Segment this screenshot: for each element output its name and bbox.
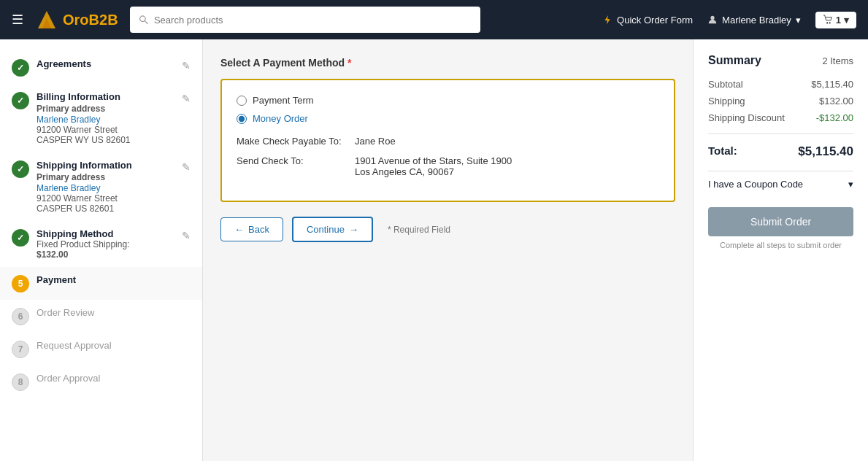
step-1-title: Agreements (37, 58, 174, 69)
sidebar-item-1-content: Agreements (37, 58, 174, 69)
send-check-line1: 1901 Avenue of the Stars, Suite 1900 (355, 155, 512, 166)
shipping-name: Marlene Bradley (37, 183, 174, 193)
payment-term-label: Payment Term (253, 95, 314, 106)
send-check-line2: Los Angeles CA, 90067 (355, 166, 512, 177)
back-arrow-icon: ← (234, 224, 244, 235)
step-5-number: 5 (18, 279, 23, 289)
payment-section: Select A Payment Method * Payment Term M… (220, 57, 675, 242)
step-4-subtitle: Fixed Product Shipping: (37, 239, 174, 249)
step-7-circle: 7 (12, 341, 29, 358)
edit-icon-4[interactable]: ✎ (182, 230, 191, 241)
total-value: $5,115.40 (798, 144, 853, 159)
main-content: Select A Payment Method * Payment Term M… (203, 39, 693, 461)
payment-title-text: Select A Payment Method (220, 57, 345, 69)
shipping-value: $132.00 (819, 96, 853, 106)
step-5-circle: 5 (12, 275, 29, 293)
shipping-street: 91200 Warner Street (37, 193, 174, 204)
check-icon-2 (17, 96, 24, 106)
quick-order-button[interactable]: Quick Order Form (602, 15, 693, 26)
money-order-radio[interactable] (237, 114, 247, 124)
user-icon (707, 15, 718, 25)
lightning-icon (602, 15, 612, 25)
step-2-subtitle: Primary address (37, 104, 174, 114)
step-2-circle (12, 92, 29, 109)
step-4-title: Shipping Method (37, 228, 174, 239)
required-star: * (347, 57, 351, 69)
summary-shipping-row: Shipping $132.00 (708, 96, 853, 106)
payment-details: Make Check Payable To: Jane Roe Send Che… (237, 136, 659, 177)
money-order-option[interactable]: Money Order (237, 113, 659, 124)
cart-button[interactable]: 1 ▾ (815, 12, 856, 28)
user-chevron-icon: ▾ (796, 15, 801, 26)
subtotal-value: $5,115.40 (811, 79, 853, 90)
sidebar-item-shipping-method[interactable]: Shipping Method Fixed Product Shipping: … (0, 221, 202, 267)
summary-title: Summary (708, 54, 761, 67)
menu-icon[interactable]: ☰ (12, 12, 23, 28)
search-bar[interactable] (130, 7, 480, 33)
step-3-title: Shipping Information (37, 160, 174, 171)
coupon-chevron-icon: ▾ (848, 179, 853, 190)
step-5-title: Payment (37, 274, 191, 285)
summary-header: Summary 2 Items (708, 54, 853, 67)
edit-icon-1[interactable]: ✎ (182, 60, 191, 71)
svg-point-6 (826, 22, 828, 23)
step-7-title: Request Approval (37, 340, 191, 351)
step-2-title: Billing Information (37, 91, 174, 102)
logo-icon (35, 8, 58, 31)
sidebar-item-order-approval: 8 Order Approval (0, 365, 202, 398)
logo[interactable]: OroB2B (35, 8, 118, 31)
check-icon-3 (17, 164, 24, 174)
cart-icon (823, 15, 833, 25)
check-icon-1 (17, 63, 24, 73)
svg-point-7 (829, 22, 830, 23)
payment-section-title: Select A Payment Method * (220, 57, 675, 69)
submit-note: Complete all steps to submit order (708, 241, 853, 249)
edit-icon-3[interactable]: ✎ (182, 161, 191, 173)
submit-order-button[interactable]: Submit Order (708, 207, 853, 236)
continue-button[interactable]: Continue → (292, 217, 373, 242)
sidebar-item-6-content: Order Review (37, 307, 191, 318)
sidebar-item-agreements[interactable]: Agreements ✎ (0, 51, 202, 84)
payment-term-option[interactable]: Payment Term (237, 95, 659, 106)
step-6-circle: 6 (12, 308, 29, 325)
send-check-label: Send Check To: (237, 155, 346, 177)
sidebar-item-4-content: Shipping Method Fixed Product Shipping: … (37, 228, 174, 260)
svg-point-2 (139, 16, 145, 22)
coupon-label: I have a Coupon Code (708, 179, 803, 190)
billing-street: 91200 Warner Street (37, 125, 174, 135)
shipping-city: CASPER US 82601 (37, 204, 174, 214)
make-check-row: Make Check Payable To: Jane Roe (237, 136, 659, 147)
user-name: Marlene Bradley (722, 15, 791, 26)
svg-point-5 (710, 16, 714, 20)
subtotal-label: Subtotal (708, 79, 743, 90)
sidebar-item-shipping-info[interactable]: Shipping Information Primary address Mar… (0, 152, 202, 221)
sidebar-item-7-content: Request Approval (37, 340, 191, 351)
summary-subtotal-row: Subtotal $5,115.40 (708, 79, 853, 90)
page-layout: Agreements ✎ Billing Information Primary… (0, 39, 868, 461)
back-button[interactable]: ← Back (220, 217, 283, 241)
header: ☰ OroB2B Quick Order Form Marlene Bradle… (0, 0, 868, 39)
shipping-discount-label: Shipping Discount (708, 112, 785, 123)
search-input[interactable] (154, 15, 472, 26)
sidebar-item-8-content: Order Approval (37, 373, 191, 384)
button-row: ← Back Continue → * Required Field (220, 217, 675, 242)
payment-box: Payment Term Money Order Make Check Paya… (220, 79, 675, 202)
summary-shipping-discount-row: Shipping Discount -$132.00 (708, 112, 853, 123)
header-right: Quick Order Form Marlene Bradley ▾ 1 ▾ (602, 12, 856, 28)
step-4-circle (12, 229, 29, 247)
step-3-circle (12, 160, 29, 178)
make-check-label: Make Check Payable To: (237, 136, 346, 147)
summary-total-row: Total: $5,115.40 (708, 133, 853, 159)
sidebar: Agreements ✎ Billing Information Primary… (0, 39, 203, 461)
coupon-row[interactable]: I have a Coupon Code ▾ (708, 171, 853, 197)
logo-text: OroB2B (63, 12, 118, 28)
sidebar-item-3-content: Shipping Information Primary address Mar… (37, 160, 174, 214)
sidebar-item-payment[interactable]: 5 Payment (0, 267, 202, 300)
sidebar-item-5-content: Payment (37, 274, 191, 285)
edit-icon-2[interactable]: ✎ (182, 93, 191, 104)
sidebar-item-billing[interactable]: Billing Information Primary address Marl… (0, 84, 202, 152)
user-nav[interactable]: Marlene Bradley ▾ (707, 15, 801, 26)
payment-term-radio[interactable] (237, 96, 247, 106)
quick-order-label: Quick Order Form (617, 15, 693, 26)
money-order-label: Money Order (253, 113, 308, 124)
